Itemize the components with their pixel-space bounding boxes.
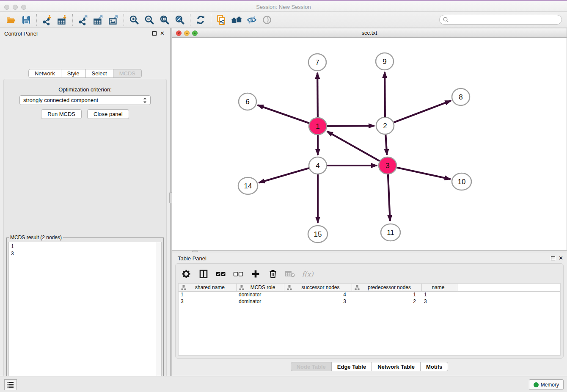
node-4[interactable]: 4: [309, 157, 327, 174]
run-mcds-button[interactable]: Run MCDS: [41, 109, 82, 119]
search-icon: [443, 17, 449, 23]
table-row[interactable]: 1dominator411: [179, 292, 560, 298]
export-table-icon: [93, 14, 104, 25]
column-header-shared-name[interactable]: shared name: [179, 284, 237, 291]
window-titlebar: Session: New Session: [0, 0, 567, 12]
tab-node-table[interactable]: Node Table: [291, 362, 332, 371]
table-cell[interactable]: 3: [422, 298, 457, 305]
table-cell[interactable]: 2: [352, 298, 422, 305]
add-button[interactable]: [249, 268, 262, 280]
node-10[interactable]: 10: [452, 173, 471, 190]
tab-network-table[interactable]: Network Table: [372, 362, 421, 371]
network-table-splitter-grip[interactable]: [192, 251, 198, 252]
search-field[interactable]: [439, 15, 562, 25]
column-header-predecessor-nodes[interactable]: predecessor nodes: [352, 284, 422, 291]
export-network-button[interactable]: [75, 13, 91, 27]
export-image-button[interactable]: [106, 13, 121, 27]
column-header-label: successor nodes: [292, 284, 352, 290]
import-table-icon: [57, 14, 68, 25]
export-table-button[interactable]: [91, 13, 106, 27]
result-scrollbar[interactable]: [157, 242, 161, 392]
table-cell[interactable]: 3: [179, 298, 237, 305]
delete-table-button[interactable]: [284, 268, 297, 280]
table-cell[interactable]: 1: [422, 292, 457, 298]
tab-mcds[interactable]: MCDS: [113, 69, 142, 78]
node-label: 14: [244, 182, 252, 190]
table-panel-close-button[interactable]: ✕: [559, 255, 563, 261]
node-2[interactable]: 2: [376, 117, 394, 134]
edge-1-6[interactable]: [258, 105, 318, 126]
mcds-result-textarea[interactable]: 1 3: [8, 242, 162, 392]
node-label: 15: [314, 230, 322, 238]
node-14[interactable]: 14: [238, 177, 258, 194]
task-history-button[interactable]: [4, 379, 17, 390]
zoom-out-button[interactable]: [142, 13, 157, 27]
node-3[interactable]: 3: [379, 157, 396, 174]
memory-button[interactable]: Memory: [529, 379, 564, 390]
toolbar-separator: [190, 14, 190, 26]
tab-edge-table[interactable]: Edge Table: [332, 362, 372, 371]
tab-motifs[interactable]: Motifs: [421, 362, 448, 371]
node-label: 3: [385, 162, 389, 170]
table-cell[interactable]: 3: [284, 298, 352, 305]
search-input[interactable]: [451, 16, 561, 24]
tab-style[interactable]: Style: [61, 69, 86, 78]
table-cell[interactable]: dominator: [237, 292, 284, 298]
node-8[interactable]: 8: [452, 88, 470, 105]
control-panel-close-button[interactable]: ✕: [160, 30, 165, 36]
new-network-from-selection-button[interactable]: [214, 13, 229, 27]
table-settings-button[interactable]: [180, 268, 193, 280]
column-header-MCDS-role[interactable]: MCDS role: [237, 284, 284, 291]
zoom-in-button[interactable]: [127, 13, 142, 27]
save-session-button[interactable]: [19, 13, 34, 27]
edge-3-10[interactable]: [388, 166, 451, 179]
node-label: 6: [245, 98, 249, 106]
node-1[interactable]: 1: [309, 118, 327, 135]
toolbar-separator: [72, 14, 73, 26]
node-11[interactable]: 11: [381, 224, 400, 241]
node-6[interactable]: 6: [239, 93, 256, 110]
show-columns-button[interactable]: [197, 268, 210, 280]
node-7[interactable]: 7: [308, 54, 326, 71]
close-panel-button[interactable]: Close panel: [87, 109, 129, 119]
hide-selected-button[interactable]: [244, 13, 259, 27]
control-panel: Control Panel ✕ NetworkStyleSelectMCDS O…: [0, 28, 170, 376]
tab-select[interactable]: Select: [86, 69, 113, 78]
node-15[interactable]: 15: [308, 226, 328, 243]
table-cell[interactable]: 1: [179, 292, 237, 298]
zoom-fit-button[interactable]: [157, 13, 172, 27]
import-table-button[interactable]: [55, 13, 70, 27]
show-all-button[interactable]: [259, 13, 275, 27]
column-header-successor-nodes[interactable]: successor nodes: [284, 284, 352, 291]
svg-text:f(x): f(x): [302, 270, 314, 278]
delete-button[interactable]: [267, 268, 279, 280]
open-session-button[interactable]: [3, 13, 19, 27]
node-label: 7: [315, 58, 319, 66]
table-cell[interactable]: 4: [284, 292, 352, 298]
zoom-selected-button[interactable]: [172, 13, 187, 27]
tab-network[interactable]: Network: [28, 69, 61, 78]
table-cell[interactable]: 1: [352, 292, 422, 298]
plus-icon: [250, 269, 261, 279]
table-header-row: shared nameMCDS rolesuccessor nodesprede…: [179, 284, 560, 292]
deselect-all-rows-button[interactable]: [232, 268, 245, 280]
edge-3-1[interactable]: [327, 131, 388, 166]
control-panel-float-button[interactable]: [152, 31, 157, 36]
select-all-rows-button[interactable]: [215, 268, 227, 280]
table-panel-title: Table Panel: [178, 255, 206, 262]
table-row[interactable]: 3dominator323: [179, 298, 560, 305]
home-button[interactable]: [229, 13, 244, 27]
refresh-button[interactable]: [193, 13, 208, 27]
column-header-label: shared name: [186, 284, 236, 290]
edge-2-8[interactable]: [385, 101, 451, 126]
content-area: Control Panel ✕ NetworkStyleSelectMCDS O…: [0, 28, 567, 376]
function-builder-button[interactable]: f(x): [301, 268, 314, 280]
import-network-button[interactable]: [39, 13, 55, 27]
node-9[interactable]: 9: [376, 53, 394, 70]
table-panel-float-button[interactable]: [551, 256, 555, 260]
columns-icon: [198, 269, 209, 279]
network-canvas[interactable]: 7968124314101511: [172, 38, 567, 250]
criterion-select[interactable]: strongly connected component: [19, 95, 151, 105]
table-cell[interactable]: dominator: [237, 298, 284, 305]
column-header-name[interactable]: name: [422, 284, 457, 291]
